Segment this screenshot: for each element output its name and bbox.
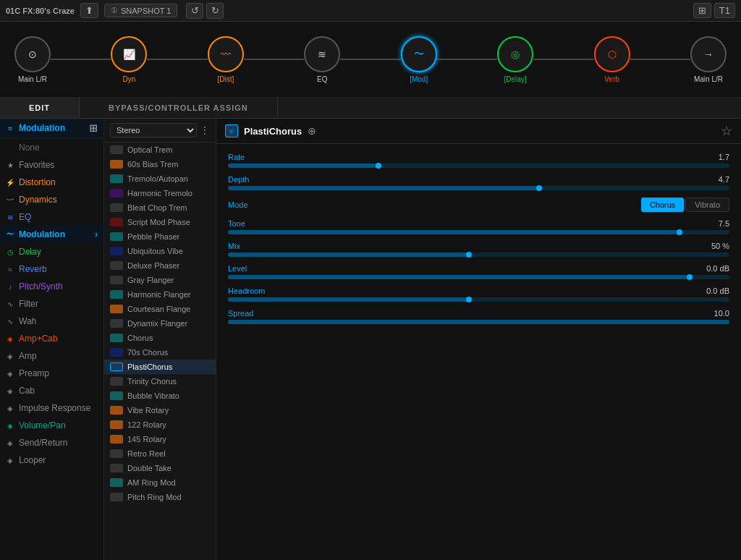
param-slider-fill-mix xyxy=(228,253,469,257)
effect-item-harmonic-tremolo[interactable]: Harmonic Tremolo xyxy=(104,186,216,200)
effect-item-double-take[interactable]: Double Take xyxy=(104,461,216,475)
param-header-rate: Rate 1.7 xyxy=(228,153,729,161)
effect-item-optical-trem[interactable]: Optical Trem xyxy=(104,143,216,157)
effect-item-chorus[interactable]: Chorus xyxy=(104,331,216,345)
effect-list-panel: Stereo Mono ⋮ Optical Trem 60s Bias Trem… xyxy=(104,119,216,560)
sidebar-item-amp[interactable]: ◈ Amp xyxy=(0,347,103,365)
sidebar-wah-label: Wah xyxy=(19,316,36,326)
effect-item-122-rotary[interactable]: 122 Rotary xyxy=(104,417,216,432)
sidebar-filter-label: Filter xyxy=(19,299,38,309)
chain-node-verb[interactable]: ⬡ Verb xyxy=(594,36,630,83)
sidebar-item-delay[interactable]: ◷ Delay xyxy=(0,243,103,260)
effect-item-145-rotary[interactable]: 145 Rotary xyxy=(104,432,216,446)
stereo-selector[interactable]: Stereo Mono xyxy=(110,123,197,137)
dynamics-icon: 〰 xyxy=(6,196,14,204)
sidebar-item-impulse[interactable]: ◈ Impulse Response xyxy=(0,399,103,417)
grid-view-btn[interactable]: ⊞ xyxy=(693,3,711,18)
chain-icon-main-lr-in: ⊙ xyxy=(28,48,37,60)
effect-item-pebble-phaser[interactable]: Pebble Phaser xyxy=(104,229,216,244)
sidebar-item-dynamics[interactable]: 〰 Dynamics xyxy=(0,191,103,208)
effect-icon-am-ring-mod xyxy=(110,478,123,487)
chain-node-eq[interactable]: ≋ EQ xyxy=(304,36,340,83)
effect-list-menu-icon[interactable]: ⋮ xyxy=(200,124,210,136)
chain-label-dist: [Dist] xyxy=(217,75,234,83)
effect-label-bleat-chop-trem: Bleat Chop Trem xyxy=(127,203,187,212)
sidebar-item-looper[interactable]: ◈ Looper xyxy=(0,451,103,469)
param-row-level: Level 0.0 dB xyxy=(228,264,729,279)
effect-item-tremolo-autopan[interactable]: Tremolo/Autopan xyxy=(104,171,216,186)
sidebar-delay-label: Delay xyxy=(19,247,41,257)
mode-btn-vibrato[interactable]: Vibrato xyxy=(685,198,729,212)
effect-item-trinity-chorus[interactable]: Trinity Chorus xyxy=(104,374,216,389)
chain-node-circle-main-lr-in: ⊙ xyxy=(14,36,51,72)
modulation-header-icon: ≈ xyxy=(6,124,14,132)
effect-icon-deluxe-phaser xyxy=(110,261,123,270)
param-row-tone: Tone 7.5 xyxy=(228,219,729,234)
sidebar-item-distortion[interactable]: ⚡ Distortion xyxy=(0,174,103,191)
effect-list-header: Stereo Mono ⋮ xyxy=(104,119,216,143)
effect-item-pitch-ring-mod[interactable]: Pitch Ring Mod xyxy=(104,490,216,504)
chain-node-dist[interactable]: 〰 [Dist] xyxy=(208,36,244,83)
tab-bypass[interactable]: BYPASS/CONTROLLER ASSIGN xyxy=(80,98,278,118)
chain-node-main-lr-out[interactable]: → Main L/R xyxy=(690,36,727,83)
effect-item-plastichorus[interactable]: PlastiChorus xyxy=(104,360,216,374)
chain-node-circle-main-lr-out: → xyxy=(690,36,727,72)
editor-link-icon[interactable]: ⊕ xyxy=(308,125,316,137)
sidebar-grid-icon[interactable]: ⊞ xyxy=(89,122,98,134)
sidebar-item-amp-cab[interactable]: ◈ Amp+Cab xyxy=(0,330,103,347)
param-slider-track-tone[interactable] xyxy=(228,230,729,234)
mode-btn-chorus[interactable]: Chorus xyxy=(641,198,684,212)
tuner-btn[interactable]: T1 xyxy=(714,3,735,18)
param-slider-track-spread[interactable] xyxy=(228,320,729,324)
sidebar-pitch-label: Pitch/Synth xyxy=(19,281,63,292)
effect-item-deluxe-phaser[interactable]: Deluxe Phaser xyxy=(104,258,216,273)
effect-item-70s-chorus[interactable]: 70s Chorus xyxy=(104,345,216,360)
chain-node-mod[interactable]: 〜 [Mod] xyxy=(401,36,437,83)
chain-node-dyn[interactable]: 📈 Dyn xyxy=(111,36,147,83)
sidebar-item-pitch[interactable]: ♪ Pitch/Synth xyxy=(0,278,103,295)
effect-item-60s-bias-trem[interactable]: 60s Bias Trem xyxy=(104,157,216,171)
effect-label-145-rotary: 145 Rotary xyxy=(127,435,166,444)
chain-line-1 xyxy=(51,59,111,60)
param-slider-track-depth[interactable] xyxy=(228,186,729,190)
param-slider-track-level[interactable] xyxy=(228,275,729,279)
sidebar-item-favorites[interactable]: ★ Favorites xyxy=(0,156,103,174)
param-header-depth: Depth 4.7 xyxy=(228,175,729,184)
redo-btn[interactable]: ↻ xyxy=(206,3,224,19)
undo-btn[interactable]: ↺ xyxy=(186,3,203,19)
sidebar-item-eq[interactable]: ≋ EQ xyxy=(0,208,103,226)
export-btn[interactable]: ⬆ xyxy=(80,3,98,18)
param-slider-track-headroom[interactable] xyxy=(228,297,729,302)
effect-item-dynamix-flanger[interactable]: Dynamix Flanger xyxy=(104,316,216,331)
param-row-rate: Rate 1.7 xyxy=(228,153,729,168)
effect-item-ubiquitous-vibe[interactable]: Ubiquitous Vibe xyxy=(104,244,216,258)
effect-item-vibe-rotary[interactable]: Vibe Rotary xyxy=(104,403,216,417)
param-slider-track-mix[interactable] xyxy=(228,253,729,257)
param-slider-track-rate[interactable] xyxy=(228,164,729,168)
snapshot-selector[interactable]: ① SNAPSHOT 1 xyxy=(104,4,178,17)
effect-item-courtesan-flange[interactable]: Courtesan Flange xyxy=(104,302,216,316)
sidebar-item-reverb[interactable]: ≈ Reverb xyxy=(0,260,103,278)
effect-item-am-ring-mod[interactable]: AM Ring Mod xyxy=(104,475,216,490)
editor-favorite-star[interactable]: ☆ xyxy=(721,123,732,139)
effect-item-bubble-vibrato[interactable]: Bubble Vibrato xyxy=(104,389,216,403)
effect-item-gray-flanger[interactable]: Gray Flanger xyxy=(104,273,216,287)
sidebar-item-none[interactable]: None xyxy=(0,139,103,156)
send-icon: ◈ xyxy=(6,439,14,447)
editor-title: PlastiChorus xyxy=(244,126,302,137)
sidebar-item-volume[interactable]: ◈ Volume/Pan xyxy=(0,417,103,434)
effect-item-retro-reel[interactable]: Retro Reel xyxy=(104,446,216,461)
effect-item-bleat-chop-trem[interactable]: Bleat Chop Trem xyxy=(104,200,216,215)
chain-node-main-lr-in[interactable]: ⊙ Main L/R xyxy=(14,36,51,83)
sidebar-item-preamp[interactable]: ◈ Preamp xyxy=(0,365,103,382)
tab-edit[interactable]: EDIT xyxy=(0,98,80,118)
sidebar-item-wah[interactable]: ∿ Wah xyxy=(0,313,103,330)
sidebar-item-modulation[interactable]: 〜 Modulation › xyxy=(0,226,103,243)
effect-item-harmonic-flanger[interactable]: Harmonic Flanger xyxy=(104,287,216,302)
param-value-headroom: 0.0 dB xyxy=(706,287,729,295)
sidebar-item-cab[interactable]: ◈ Cab xyxy=(0,382,103,399)
effect-item-script-mod-phase[interactable]: Script Mod Phase xyxy=(104,215,216,229)
sidebar-item-send[interactable]: ◈ Send/Return xyxy=(0,434,103,451)
chain-node-delay[interactable]: ◎ [Delay] xyxy=(497,36,533,83)
sidebar-item-filter[interactable]: ∿ Filter xyxy=(0,295,103,313)
